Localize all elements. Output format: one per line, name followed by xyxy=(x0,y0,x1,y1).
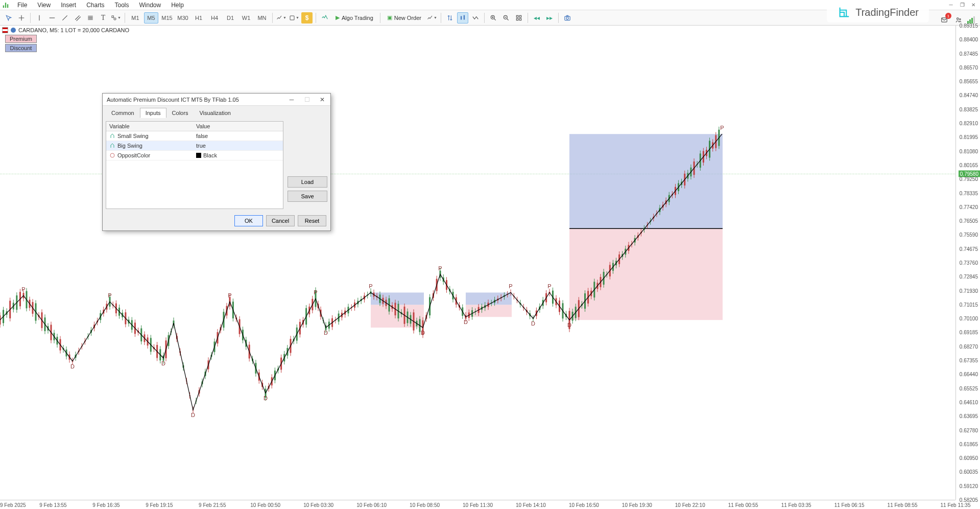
time-tick: 11 Feb 08:55 xyxy=(888,502,918,508)
time-tick: 10 Feb 19:30 xyxy=(622,502,652,508)
svg-text:D: D xyxy=(324,330,328,336)
timeframe-m1[interactable]: M1 xyxy=(128,12,142,24)
trend-line-icon[interactable] xyxy=(59,12,70,24)
window-minimize-icon[interactable]: ─ xyxy=(946,2,955,9)
menu-charts[interactable]: Charts xyxy=(84,1,106,10)
time-tick: 11 Feb 03:35 xyxy=(781,502,811,508)
input-row[interactable]: Small Swing false xyxy=(106,131,283,141)
connection-icon[interactable] xyxy=(967,16,975,24)
dialog-close-icon[interactable]: ✕ xyxy=(318,96,326,103)
price-axis: 0.79580 0.893150.884000.874850.865700.85… xyxy=(955,26,980,500)
cursor-tool-icon[interactable] xyxy=(3,12,14,24)
svg-rect-10 xyxy=(519,18,521,20)
svg-point-12 xyxy=(566,17,569,19)
grid-icon[interactable] xyxy=(513,12,524,24)
candles-icon[interactable] xyxy=(457,12,468,24)
zoom-out-icon[interactable] xyxy=(500,12,512,24)
dialog-maximize-icon[interactable]: ☐ xyxy=(303,96,311,103)
load-button[interactable]: Load xyxy=(288,176,327,188)
timeframe-h4[interactable]: H4 xyxy=(207,12,222,24)
tab-common[interactable]: Common xyxy=(106,108,140,118)
horizontal-line-icon[interactable] xyxy=(46,12,58,24)
dialog-titlebar[interactable]: Automatic Premium Discount ICT MT5 By TF… xyxy=(103,94,330,106)
timeframe-m5[interactable]: M5 xyxy=(144,12,158,24)
window-restore-icon[interactable]: ❐ xyxy=(958,2,967,9)
chart-template-icon[interactable]: ▼ xyxy=(289,12,300,24)
price-tick: 0.88400 xyxy=(960,37,978,42)
crosshair-tool-icon[interactable] xyxy=(16,12,27,24)
step-fwd-icon[interactable]: ▸▸ xyxy=(544,12,555,24)
timeframe-m15[interactable]: M15 xyxy=(160,12,174,24)
svg-text:P: P xyxy=(228,292,231,298)
step-back-icon[interactable]: ◂◂ xyxy=(531,12,542,24)
reset-button[interactable]: Reset xyxy=(298,215,326,226)
time-tick: 10 Feb 00:50 xyxy=(250,502,280,508)
equidistant-icon[interactable] xyxy=(72,12,83,24)
price-tick: 0.79250 xyxy=(960,176,978,182)
svg-rect-4 xyxy=(464,15,465,19)
timeframe-mn[interactable]: MN xyxy=(255,12,269,24)
timeframe-w1[interactable]: W1 xyxy=(239,12,253,24)
tab-colors[interactable]: Colors xyxy=(166,108,194,118)
palette-icon xyxy=(109,152,115,158)
community-icon[interactable] xyxy=(953,14,964,26)
zoom-in-icon[interactable] xyxy=(488,12,499,24)
input-row[interactable]: Big Swing true xyxy=(106,141,283,151)
price-tick: 0.62780 xyxy=(960,427,978,433)
menu-insert[interactable]: Insert xyxy=(59,1,78,10)
svg-text:P: P xyxy=(509,283,512,289)
time-axis: 9 Feb 20259 Feb 13:559 Feb 16:359 Feb 19… xyxy=(0,500,955,509)
camera-icon[interactable] xyxy=(562,12,573,24)
vertical-line-icon[interactable] xyxy=(34,12,45,24)
input-row[interactable]: OppositColor Black xyxy=(106,151,283,160)
chart-type-line-icon[interactable]: ▼ xyxy=(276,12,287,24)
zigzag-icon[interactable] xyxy=(470,12,481,24)
window-close-icon[interactable]: ✕ xyxy=(969,2,978,9)
objects-icon[interactable]: ▼ xyxy=(110,12,122,24)
price-tick: 0.63695 xyxy=(960,413,978,419)
svg-point-1 xyxy=(114,18,116,20)
svg-text:D: D xyxy=(421,330,425,336)
time-tick: 11 Feb 11:35 xyxy=(941,502,971,508)
svg-rect-9 xyxy=(516,18,518,20)
time-tick: 10 Feb 16:50 xyxy=(569,502,599,508)
svg-rect-23 xyxy=(569,134,723,228)
timeframe-h1[interactable]: H1 xyxy=(192,12,206,24)
menu-file[interactable]: File xyxy=(15,1,29,10)
timeframe-d1[interactable]: D1 xyxy=(223,12,237,24)
sort-icon[interactable] xyxy=(444,12,456,24)
price-tick: 0.82910 xyxy=(960,121,978,126)
menu-view[interactable]: View xyxy=(35,1,53,10)
svg-text:P: P xyxy=(720,125,724,131)
menu-window[interactable]: Window xyxy=(137,1,163,10)
chart-shift-icon[interactable]: ▼ xyxy=(426,12,438,24)
price-tick: 0.66440 xyxy=(960,372,978,377)
tab-visualization[interactable]: Visualization xyxy=(194,108,236,118)
fibonacci-icon[interactable] xyxy=(85,12,96,24)
indicators-icon[interactable] xyxy=(319,12,330,24)
col-variable: Variable xyxy=(106,122,193,131)
tradingfinder-logo-icon xyxy=(837,5,851,19)
svg-text:P: P xyxy=(547,283,551,289)
dialog-minimize-icon[interactable]: ─ xyxy=(288,96,296,103)
new-order-button[interactable]: ▣New Order xyxy=(384,12,425,24)
ok-button[interactable]: OK xyxy=(234,215,263,226)
svg-rect-3 xyxy=(461,16,462,19)
svg-text:P: P xyxy=(438,265,442,271)
time-tick: 11 Feb 06:15 xyxy=(834,502,865,508)
timeframe-m30[interactable]: M30 xyxy=(176,12,190,24)
price-tick: 0.71930 xyxy=(960,288,978,293)
price-tick: 0.87485 xyxy=(960,51,978,56)
time-tick: 9 Feb 19:15 xyxy=(146,502,173,508)
algo-trading-button[interactable]: ▶Algo Trading xyxy=(332,12,377,24)
menu-tools[interactable]: Tools xyxy=(113,1,131,10)
svg-rect-0 xyxy=(112,15,114,17)
dollar-icon[interactable]: $ xyxy=(301,12,313,24)
menu-help[interactable]: Help xyxy=(169,1,186,10)
tab-inputs[interactable]: Inputs xyxy=(140,108,166,118)
cancel-button[interactable]: Cancel xyxy=(266,215,295,226)
text-tool-icon[interactable]: T xyxy=(98,12,109,24)
save-button[interactable]: Save xyxy=(288,191,327,202)
messages-icon[interactable]: 1 xyxy=(939,14,950,26)
price-tick: 0.64610 xyxy=(960,399,978,405)
